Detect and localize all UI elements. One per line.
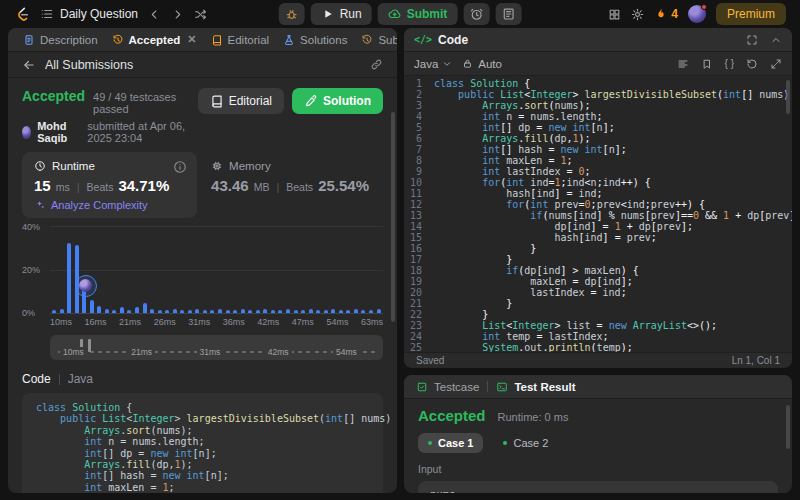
x-tick: 16ms xyxy=(85,317,107,327)
chart-bar xyxy=(316,310,320,313)
brush-dash xyxy=(242,351,246,353)
tab-submissions[interactable]: Submissions xyxy=(354,34,397,46)
runtime-card[interactable]: Runtime 15 ms | Beats 34.71% Analyze Com… xyxy=(22,152,197,218)
brush-label: 42ms xyxy=(265,347,292,357)
breadcrumb-label[interactable]: All Submissions xyxy=(45,58,133,72)
runtime-value: 15 xyxy=(34,177,51,194)
code-line: 13 if(nums[ind] % nums[prev]==0 && 1 + d… xyxy=(404,210,792,221)
case-dot xyxy=(428,441,432,445)
next-question-button[interactable] xyxy=(171,8,184,21)
editor-scrollbar[interactable] xyxy=(786,80,790,114)
line-number: 21 xyxy=(404,298,434,309)
line-number: 25 xyxy=(404,342,434,352)
code-editor[interactable]: 1class Solution {2 public List<Integer> … xyxy=(404,76,792,352)
chevron-right-icon xyxy=(171,8,184,21)
runtime-title: Runtime xyxy=(52,160,95,172)
case-chip-2[interactable]: Case 2 xyxy=(493,433,558,453)
chart-bar xyxy=(210,310,214,313)
test-panel-scrollbar[interactable] xyxy=(786,405,790,449)
user-avatar[interactable] xyxy=(688,5,706,23)
input-var-name: nums = xyxy=(430,488,766,493)
leetcode-logo[interactable] xyxy=(14,6,30,22)
submit-button[interactable]: Submit xyxy=(378,3,458,25)
format-code-icon[interactable] xyxy=(677,58,689,70)
preview-code-line: Arrays.sort(nums); xyxy=(36,425,369,436)
brackets-icon[interactable]: { } xyxy=(725,58,734,69)
code-line: 1class Solution { xyxy=(404,78,792,89)
language-select[interactable]: Java xyxy=(414,58,452,70)
tab-accepted[interactable]: Accepted✕ xyxy=(105,33,204,46)
daily-question-label: Daily Question xyxy=(60,7,138,21)
submitted-at: submitted at Apr 06, 2025 23:04 xyxy=(87,120,197,144)
reset-code-icon[interactable] xyxy=(746,58,758,70)
share-link-icon[interactable] xyxy=(370,58,383,71)
x-tick: 63ms xyxy=(361,317,383,327)
notes-button[interactable] xyxy=(495,3,521,25)
debug-button[interactable] xyxy=(279,3,305,25)
code-line: 17 } xyxy=(404,254,792,265)
streak-button[interactable]: 4 xyxy=(654,7,678,21)
tab-editorial[interactable]: Editorial xyxy=(204,34,277,46)
beats-label: Beats xyxy=(87,181,114,193)
tab-testcase[interactable]: Testcase xyxy=(416,381,479,393)
case-selector: Case 1Case 2 xyxy=(418,433,778,453)
chart-bar xyxy=(263,309,267,313)
solution-button[interactable]: Solution xyxy=(292,88,383,114)
chart-bar xyxy=(150,309,154,313)
clock-rotate-icon xyxy=(361,34,373,46)
bookmark-icon[interactable] xyxy=(701,58,713,70)
code-line: 19 maxLen = dp[ind]; xyxy=(404,276,792,287)
play-icon xyxy=(321,7,335,21)
tab-solutions[interactable]: Solutions xyxy=(276,34,354,46)
clock-icon xyxy=(34,160,46,172)
line-number: 24 xyxy=(404,331,434,342)
chart-bar xyxy=(158,310,162,313)
tab-description[interactable]: Description xyxy=(16,34,105,46)
doc-icon xyxy=(23,34,35,46)
problem-tabbar: DescriptionAccepted✕EditorialSolutionsSu… xyxy=(8,28,397,52)
back-arrow-icon[interactable] xyxy=(22,58,36,72)
analyze-complexity-link[interactable]: Analyze Complexity xyxy=(34,199,185,211)
left-panel-scrollbar[interactable] xyxy=(391,112,395,322)
case-label: Case 2 xyxy=(513,437,548,449)
code-line: 14 dp[ind] = 1 + dp[prev]; xyxy=(404,221,792,232)
chart-bar xyxy=(67,243,71,313)
prev-question-button[interactable] xyxy=(148,8,161,21)
code-line: 20 lastIndex = ind; xyxy=(404,287,792,298)
code-line: 2 public List<Integer> largestDivisibleS… xyxy=(404,89,792,100)
chart-bar xyxy=(218,309,222,313)
line-number: 18 xyxy=(404,265,434,276)
chart-range-brush[interactable]: 10ms21ms31ms42ms54ms xyxy=(50,335,383,360)
timer-button[interactable] xyxy=(463,3,489,25)
runtime-beats: 34.71% xyxy=(118,177,169,194)
premium-button[interactable]: Premium xyxy=(716,3,786,25)
case-chip-1[interactable]: Case 1 xyxy=(418,433,483,453)
tab-test-result[interactable]: Test Result xyxy=(496,381,575,393)
pen-icon xyxy=(304,94,318,108)
testcase-input-box[interactable]: nums = [1,2,3] xyxy=(418,481,778,493)
auto-toggle[interactable]: Auto xyxy=(462,58,502,70)
expand-icon[interactable] xyxy=(746,34,758,46)
saved-status: Saved xyxy=(416,355,444,366)
close-tab-icon[interactable]: ✕ xyxy=(187,33,196,46)
tab-label: Accepted xyxy=(129,34,181,46)
problem-list-button[interactable]: Daily Question xyxy=(40,7,138,21)
info-icon[interactable] xyxy=(173,160,187,174)
sparkle-icon xyxy=(34,199,46,211)
brush-label: 10ms xyxy=(60,347,87,357)
random-question-button[interactable] xyxy=(194,8,207,21)
terminal-icon xyxy=(496,381,508,393)
editorial-button[interactable]: Editorial xyxy=(198,88,284,114)
memory-card[interactable]: Memory 43.46 MB | Beats 25.54% xyxy=(197,152,383,218)
settings-button[interactable] xyxy=(631,8,644,21)
run-button[interactable]: Run xyxy=(311,3,372,25)
line-number: 19 xyxy=(404,276,434,287)
collapse-chevron-icon[interactable] xyxy=(770,34,782,46)
layout-button[interactable] xyxy=(608,8,621,21)
code-line: 4 int n = nums.length; xyxy=(404,111,792,122)
chart-bar xyxy=(294,310,298,313)
maximize-editor-icon[interactable] xyxy=(770,58,782,70)
preview-code-line: int[] hash = new int[n]; xyxy=(36,470,369,481)
code-line: 25 System.out.println(temp); xyxy=(404,342,792,352)
editor-panel-title: Code xyxy=(438,33,468,47)
